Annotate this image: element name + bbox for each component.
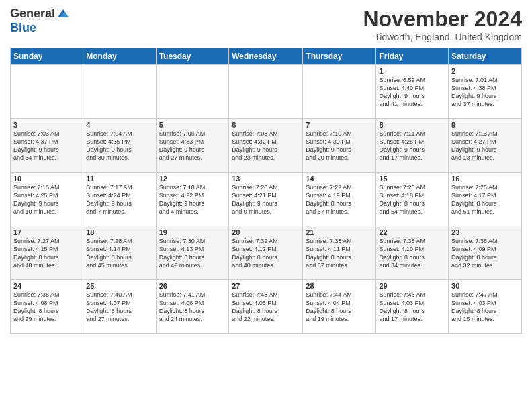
header-tuesday: Tuesday [156, 48, 229, 65]
day-number: 8 [379, 121, 445, 129]
day-info: Sunrise: 7:04 AM Sunset: 4:35 PM Dayligh… [86, 130, 152, 163]
calendar-cell: 3Sunrise: 7:03 AM Sunset: 4:37 PM Daylig… [11, 119, 83, 173]
day-info: Sunrise: 7:36 AM Sunset: 4:09 PM Dayligh… [451, 237, 519, 270]
logo: General Blue [10, 7, 70, 35]
logo-blue: Blue [10, 21, 36, 35]
day-number: 28 [306, 282, 373, 290]
calendar-cell: 27Sunrise: 7:43 AM Sunset: 4:05 PM Dayli… [229, 280, 303, 334]
calendar-cell: 17Sunrise: 7:27 AM Sunset: 4:15 PM Dayli… [11, 226, 83, 280]
day-info: Sunrise: 7:32 AM Sunset: 4:12 PM Dayligh… [232, 237, 300, 270]
day-number: 22 [379, 228, 445, 236]
day-number: 14 [306, 175, 373, 183]
header-saturday: Saturday [449, 48, 522, 65]
calendar-cell: 30Sunrise: 7:47 AM Sunset: 4:03 PM Dayli… [449, 280, 522, 334]
calendar-cell: 19Sunrise: 7:30 AM Sunset: 4:13 PM Dayli… [156, 226, 229, 280]
day-info: Sunrise: 7:44 AM Sunset: 4:04 PM Dayligh… [306, 291, 373, 324]
day-number: 16 [451, 175, 519, 183]
day-number: 3 [13, 121, 80, 129]
day-number: 15 [379, 175, 445, 183]
calendar-cell [11, 65, 83, 119]
day-number: 10 [13, 175, 80, 183]
day-number: 24 [13, 282, 80, 290]
day-info: Sunrise: 7:18 AM Sunset: 4:22 PM Dayligh… [159, 183, 226, 216]
day-number: 25 [86, 282, 152, 290]
day-number: 12 [159, 175, 226, 183]
calendar-cell [156, 65, 229, 119]
day-number: 23 [451, 228, 519, 236]
day-info: Sunrise: 7:28 AM Sunset: 4:14 PM Dayligh… [86, 237, 152, 270]
calendar-cell [229, 65, 303, 119]
calendar-cell: 18Sunrise: 7:28 AM Sunset: 4:14 PM Dayli… [83, 226, 156, 280]
day-info: Sunrise: 7:03 AM Sunset: 4:37 PM Dayligh… [13, 130, 80, 163]
day-number: 2 [451, 67, 519, 75]
calendar-header-row: Sunday Monday Tuesday Wednesday Thursday… [11, 48, 522, 65]
day-info: Sunrise: 7:20 AM Sunset: 4:21 PM Dayligh… [232, 183, 300, 216]
location: Tidworth, England, United Kingdom [363, 32, 522, 42]
calendar-cell: 9Sunrise: 7:13 AM Sunset: 4:27 PM Daylig… [449, 119, 522, 173]
day-number: 27 [232, 282, 300, 290]
day-info: Sunrise: 7:38 AM Sunset: 4:08 PM Dayligh… [13, 291, 80, 324]
day-info: Sunrise: 7:22 AM Sunset: 4:19 PM Dayligh… [306, 183, 373, 216]
logo-general: General [10, 7, 55, 21]
day-number: 20 [232, 228, 300, 236]
header-sunday: Sunday [11, 48, 83, 65]
calendar-week-1: 1Sunrise: 6:59 AM Sunset: 4:40 PM Daylig… [11, 65, 522, 119]
day-info: Sunrise: 7:01 AM Sunset: 4:38 PM Dayligh… [451, 76, 519, 109]
calendar-cell: 26Sunrise: 7:41 AM Sunset: 4:06 PM Dayli… [156, 280, 229, 334]
calendar-cell: 5Sunrise: 7:06 AM Sunset: 4:33 PM Daylig… [156, 119, 229, 173]
header-friday: Friday [376, 48, 449, 65]
calendar-cell: 1Sunrise: 6:59 AM Sunset: 4:40 PM Daylig… [376, 65, 449, 119]
calendar-cell [83, 65, 156, 119]
day-info: Sunrise: 7:17 AM Sunset: 4:24 PM Dayligh… [86, 183, 152, 216]
header-thursday: Thursday [303, 48, 376, 65]
calendar-cell: 14Sunrise: 7:22 AM Sunset: 4:19 PM Dayli… [303, 173, 376, 226]
day-info: Sunrise: 7:40 AM Sunset: 4:07 PM Dayligh… [86, 291, 152, 324]
calendar-cell: 29Sunrise: 7:46 AM Sunset: 4:03 PM Dayli… [376, 280, 449, 334]
day-number: 18 [86, 228, 152, 236]
day-info: Sunrise: 7:30 AM Sunset: 4:13 PM Dayligh… [159, 237, 226, 270]
calendar-cell: 22Sunrise: 7:35 AM Sunset: 4:10 PM Dayli… [376, 226, 449, 280]
day-info: Sunrise: 7:35 AM Sunset: 4:10 PM Dayligh… [379, 237, 445, 270]
calendar-week-2: 3Sunrise: 7:03 AM Sunset: 4:37 PM Daylig… [11, 119, 522, 173]
day-info: Sunrise: 7:10 AM Sunset: 4:30 PM Dayligh… [306, 130, 373, 163]
calendar-cell: 8Sunrise: 7:11 AM Sunset: 4:28 PM Daylig… [376, 119, 449, 173]
calendar-week-5: 24Sunrise: 7:38 AM Sunset: 4:08 PM Dayli… [11, 280, 522, 334]
day-number: 9 [451, 121, 519, 129]
calendar-cell [303, 65, 376, 119]
day-number: 7 [306, 121, 373, 129]
calendar-cell: 11Sunrise: 7:17 AM Sunset: 4:24 PM Dayli… [83, 173, 156, 226]
day-info: Sunrise: 7:23 AM Sunset: 4:18 PM Dayligh… [379, 183, 445, 216]
logo-icon [56, 7, 70, 21]
header: General Blue November 2024 Tidworth, Eng… [10, 7, 522, 42]
day-number: 11 [86, 175, 152, 183]
day-number: 13 [232, 175, 300, 183]
calendar-cell: 23Sunrise: 7:36 AM Sunset: 4:09 PM Dayli… [449, 226, 522, 280]
day-number: 19 [159, 228, 226, 236]
header-monday: Monday [83, 48, 156, 65]
day-info: Sunrise: 7:33 AM Sunset: 4:11 PM Dayligh… [306, 237, 373, 270]
title-area: November 2024 Tidworth, England, United … [363, 7, 522, 42]
day-info: Sunrise: 7:11 AM Sunset: 4:28 PM Dayligh… [379, 130, 445, 163]
calendar-cell: 6Sunrise: 7:08 AM Sunset: 4:32 PM Daylig… [229, 119, 303, 173]
calendar-week-3: 10Sunrise: 7:15 AM Sunset: 4:25 PM Dayli… [11, 173, 522, 226]
day-number: 1 [379, 67, 445, 75]
calendar-cell: 21Sunrise: 7:33 AM Sunset: 4:11 PM Dayli… [303, 226, 376, 280]
day-number: 30 [451, 282, 519, 290]
day-info: Sunrise: 7:46 AM Sunset: 4:03 PM Dayligh… [379, 291, 445, 324]
calendar-cell: 15Sunrise: 7:23 AM Sunset: 4:18 PM Dayli… [376, 173, 449, 226]
month-title: November 2024 [363, 7, 522, 32]
day-number: 21 [306, 228, 373, 236]
day-info: Sunrise: 7:06 AM Sunset: 4:33 PM Dayligh… [159, 130, 226, 163]
calendar-cell: 12Sunrise: 7:18 AM Sunset: 4:22 PM Dayli… [156, 173, 229, 226]
calendar-cell: 25Sunrise: 7:40 AM Sunset: 4:07 PM Dayli… [83, 280, 156, 334]
calendar-cell: 7Sunrise: 7:10 AM Sunset: 4:30 PM Daylig… [303, 119, 376, 173]
day-info: Sunrise: 7:13 AM Sunset: 4:27 PM Dayligh… [451, 130, 519, 163]
calendar-cell: 4Sunrise: 7:04 AM Sunset: 4:35 PM Daylig… [83, 119, 156, 173]
day-number: 4 [86, 121, 152, 129]
day-number: 26 [159, 282, 226, 290]
day-number: 6 [232, 121, 300, 129]
header-wednesday: Wednesday [229, 48, 303, 65]
day-number: 5 [159, 121, 226, 129]
day-number: 17 [13, 228, 80, 236]
day-number: 29 [379, 282, 445, 290]
